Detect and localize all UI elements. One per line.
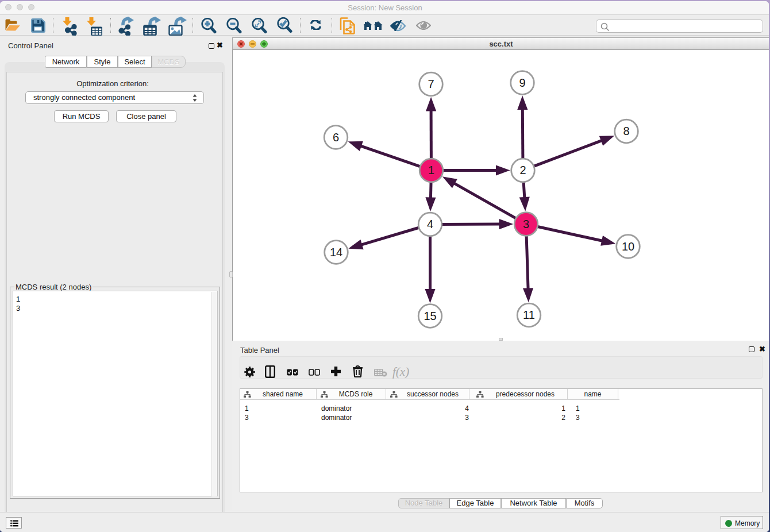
svg-text:9: 9: [519, 76, 525, 89]
svg-text:14: 14: [330, 246, 342, 259]
svg-text:1: 1: [428, 164, 434, 176]
svg-text:4: 4: [427, 218, 433, 230]
svg-text:11: 11: [523, 309, 535, 321]
svg-text:2: 2: [519, 164, 526, 176]
svg-text:7: 7: [428, 78, 434, 90]
svg-text:8: 8: [623, 125, 629, 137]
svg-text:3: 3: [523, 218, 529, 230]
svg-text:15: 15: [424, 310, 436, 322]
svg-text:10: 10: [622, 240, 634, 253]
svg-text:6: 6: [333, 131, 339, 144]
